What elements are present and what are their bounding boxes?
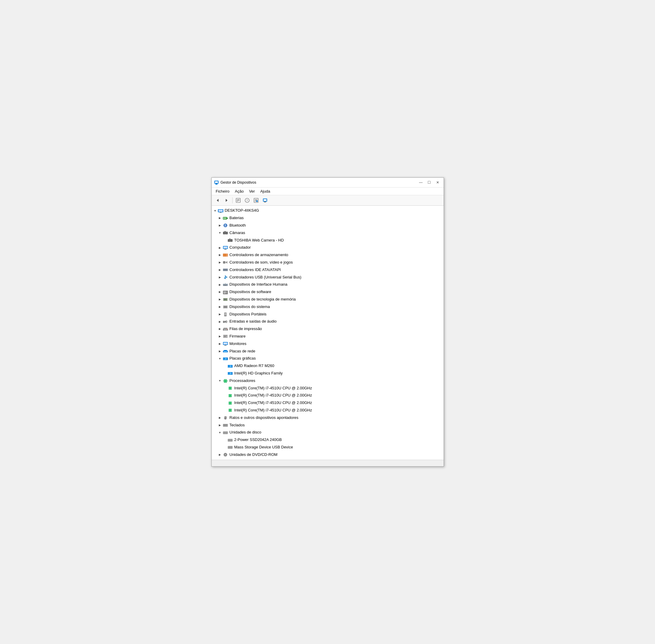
cpu4-label: Intel(R) Core(TM) i7-4510U CPU @ 2.00GHz	[234, 407, 312, 414]
toolbar-btn-computer[interactable]	[261, 197, 269, 204]
tree-item-cpu4[interactable]: Intel(R) Core(TM) i7-4510U CPU @ 2.00GHz	[212, 407, 444, 414]
minimize-button[interactable]: —	[417, 180, 424, 185]
status-bar	[212, 460, 444, 466]
svg-rect-86	[226, 299, 227, 300]
tree-item-disp-portateis[interactable]: ▶ Dispositivos Portáteis	[212, 311, 444, 318]
root-label: DESKTOP-4IIKS4G	[225, 208, 259, 214]
svg-rect-167	[227, 425, 227, 426]
tree-item-ssd-2power[interactable]: 2-Power SSD2042A 240GB	[212, 436, 444, 444]
filas-impressao-icon	[223, 327, 228, 331]
tree-item-intel-hd[interactable]: Intel(R) HD Graphics Family	[212, 370, 444, 377]
tree-item-amd-radeon[interactable]: AMD Radeon R7 M260	[212, 362, 444, 370]
toolbar-separator-1	[232, 198, 233, 203]
svg-text:?: ?	[246, 199, 248, 202]
maximize-button[interactable]: ☐	[426, 180, 433, 185]
firmware-label: Firmware	[230, 333, 245, 340]
unidades-dvd-icon	[223, 452, 228, 457]
tree-item-computador[interactable]: ▶ Computador	[212, 244, 444, 251]
tree-item-camaras[interactable]: ▼ Câmaras	[212, 229, 444, 237]
tree-item-unidades-disco[interactable]: ▼ Unidades de disco	[212, 429, 444, 436]
svg-rect-85	[226, 299, 226, 300]
toolbar-btn-help[interactable]: ?	[243, 197, 251, 204]
firmware-icon	[223, 334, 228, 339]
teclados-label: Teclados	[230, 422, 245, 429]
tree-item-filas-impressao[interactable]: ▶ Filas de impressão	[212, 325, 444, 333]
back-button[interactable]	[213, 197, 222, 204]
menu-acao[interactable]: Ação	[233, 188, 246, 194]
title-bar-left: Gestor de Dispositivos	[214, 180, 256, 185]
ctrl-armazenamento-chevron: ▶	[218, 253, 223, 258]
device-tree: ▼ DESKTOP-4IIKS4G ▶	[212, 206, 444, 459]
svg-rect-161	[226, 424, 226, 425]
svg-point-114	[226, 351, 227, 352]
close-button[interactable]: ✕	[434, 180, 441, 185]
disp-software-icon	[223, 290, 228, 295]
tree-item-ratos[interactable]: ▶ Ratos e outros dispositivos apontadore…	[212, 414, 444, 421]
svg-rect-78	[224, 292, 226, 292]
tree-item-ctrl-armazenamento[interactable]: ▶ Controladores de armazenamento	[212, 251, 444, 259]
ctrl-som-label: Controladores de som, vídeo e jogos	[230, 259, 293, 266]
svg-rect-27	[223, 217, 225, 219]
svg-rect-68	[224, 284, 224, 285]
tree-item-processadores[interactable]: ▼ Processadores	[212, 377, 444, 385]
ctrl-ide-icon	[223, 268, 228, 272]
svg-marker-50	[226, 261, 227, 263]
baterias-icon	[223, 216, 228, 221]
window-controls: — ☐ ✕	[417, 180, 441, 185]
menu-ficheiro[interactable]: Ficheiro	[213, 188, 232, 194]
svg-rect-99	[224, 329, 227, 330]
disp-sistema-label: Dispositivos do sistema	[230, 304, 270, 310]
forward-button[interactable]	[223, 197, 231, 204]
tree-item-ctrl-som[interactable]: ▶ Controladores de som, vídeo e jogos	[212, 259, 444, 266]
disp-interface-chevron: ▶	[218, 282, 223, 287]
tree-item-cpu3[interactable]: Intel(R) Core(TM) i7-4510U CPU @ 2.00GHz	[212, 399, 444, 407]
tree-item-entradas-saidas[interactable]: ▶ Entradas e saídas de áudio	[212, 318, 444, 325]
window-title: Gestor de Dispositivos	[220, 180, 256, 185]
camaras-label: Câmaras	[230, 230, 245, 236]
tree-item-cpu1[interactable]: Intel(R) Core(TM) i7-4510U CPU @ 2.00GHz	[212, 385, 444, 392]
tree-item-firmware[interactable]: ▶ Firmware	[212, 333, 444, 340]
tree-item-mass-storage[interactable]: Mass Storage Device USB Device	[212, 444, 444, 451]
tree-item-teclados[interactable]: ▶ Teclados	[212, 421, 444, 429]
svg-point-113	[225, 351, 226, 352]
toolbar-btn-properties[interactable]	[234, 197, 242, 204]
tree-item-disp-memoria[interactable]: ▶ Dispositivos de tecnologia de memória	[212, 296, 444, 303]
cpu2-icon	[227, 393, 233, 398]
tree-item-disp-sistema[interactable]: ▶ Dispositivos do sistema	[212, 303, 444, 311]
tree-item-ctrl-ide[interactable]: ▶ Controladores IDE ATA/ATAPI	[212, 266, 444, 274]
unidades-dvd-chevron: ▶	[218, 452, 223, 457]
svg-point-185	[225, 454, 226, 455]
menu-ajuda[interactable]: Ajuda	[258, 188, 273, 194]
tree-item-cpu2[interactable]: Intel(R) Core(TM) i7-4510U CPU @ 2.00GHz	[212, 392, 444, 399]
tree-item-unidades-dvd[interactable]: ▶ Unidades de DVD/CD-ROM	[212, 451, 444, 459]
menu-bar: Ficheiro Ação Ver Ajuda	[212, 187, 444, 195]
svg-rect-80	[224, 293, 226, 293]
tree-item-disp-software[interactable]: ▶ Dispositivos de software	[212, 288, 444, 296]
tree-item-disp-interface[interactable]: ▶ Dispositivos de Interface Humana	[212, 281, 444, 288]
ratos-chevron: ▶	[218, 415, 223, 420]
placas-rede-icon	[223, 349, 228, 353]
tree-item-bluetooth[interactable]: ▶ B Bluetooth	[212, 222, 444, 229]
ctrl-ide-label: Controladores IDE ATA/ATAPI	[230, 267, 281, 273]
toolbar-btn-update[interactable]	[252, 197, 260, 204]
svg-rect-106	[223, 343, 227, 345]
svg-line-53	[228, 263, 228, 263]
tree-item-baterias[interactable]: ▶ Baterias	[212, 214, 444, 222]
tree-item-placas-rede[interactable]: ▶ Placas de rede	[212, 348, 444, 355]
intel-hd-icon	[227, 371, 233, 376]
svg-point-112	[224, 351, 225, 352]
tree-item-toshiba[interactable]: TOSHIBA Web Camera - HD	[212, 237, 444, 244]
tree-item-ctrl-usb[interactable]: ▶ Controladores USB (Universal Serial Bu…	[212, 274, 444, 281]
tree-item-monitores[interactable]: ▶ Monitores	[212, 340, 444, 348]
svg-rect-49	[223, 261, 226, 263]
toshiba-label: TOSHIBA Web Camera - HD	[234, 237, 284, 244]
menu-ver[interactable]: Ver	[247, 188, 257, 194]
teclados-icon	[223, 423, 228, 428]
tree-item-placas-graficas[interactable]: ▼ Placas gráficas	[212, 355, 444, 362]
svg-rect-164	[224, 425, 224, 426]
svg-rect-172	[224, 432, 226, 433]
disp-memoria-icon	[223, 297, 228, 302]
svg-rect-93	[225, 313, 226, 316]
tree-root[interactable]: ▼ DESKTOP-4IIKS4G	[212, 207, 444, 214]
svg-point-171	[226, 432, 227, 433]
